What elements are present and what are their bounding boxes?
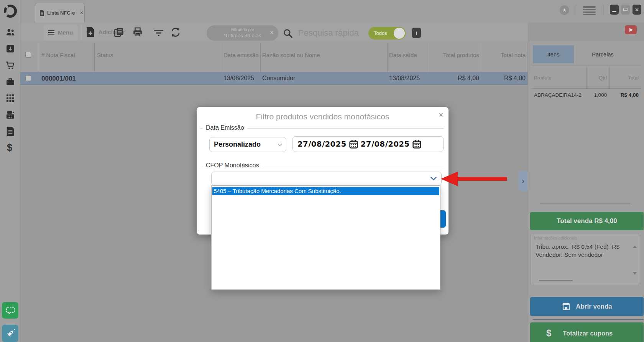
toggle-knob bbox=[394, 28, 405, 39]
select-all-checkbox[interactable] bbox=[25, 52, 31, 58]
minimize-icon bbox=[612, 11, 616, 12]
tab-itens[interactable]: Itens bbox=[533, 45, 574, 63]
app-menu-lines-icon[interactable] bbox=[583, 5, 596, 17]
column-divider bbox=[527, 43, 527, 72]
search-input[interactable] bbox=[297, 26, 370, 40]
people-icon bbox=[5, 27, 15, 37]
col-header-emissao[interactable]: Data emissão bbox=[223, 52, 259, 58]
date-from-value[interactable]: 27/08/2025 bbox=[297, 140, 347, 149]
abrir-venda-button[interactable]: Abrir venda bbox=[530, 297, 644, 316]
divider bbox=[533, 319, 644, 320]
chevron-down-icon bbox=[430, 177, 437, 181]
abrir-venda-label: Abrir venda bbox=[576, 303, 612, 311]
panel-expander[interactable]: › bbox=[518, 171, 528, 191]
close-icon: ✕ bbox=[635, 7, 639, 13]
cfop-combobox[interactable] bbox=[211, 172, 442, 185]
tab-label: Lista NFC-e bbox=[47, 10, 75, 16]
period-select[interactable]: Personalizado bbox=[209, 137, 286, 152]
totalizar-cupons-button[interactable]: $ Totalizar cupons bbox=[530, 322, 644, 342]
sidebar-item-customers[interactable] bbox=[5, 27, 15, 37]
column-divider bbox=[586, 66, 586, 89]
filter-pill-clear-icon[interactable]: ✕ bbox=[270, 30, 274, 36]
tab-strip bbox=[20, 0, 644, 23]
col-header-status[interactable]: Status bbox=[97, 52, 113, 58]
column-divider bbox=[481, 43, 481, 72]
column-divider bbox=[387, 43, 388, 72]
maximize-icon bbox=[623, 8, 628, 11]
chevron-down-icon bbox=[278, 143, 282, 146]
print-button[interactable] bbox=[132, 27, 143, 38]
divider bbox=[603, 5, 603, 15]
row-checkbox[interactable] bbox=[25, 75, 31, 81]
close-window-button[interactable]: ✕ bbox=[632, 5, 641, 15]
date-to-value[interactable]: 27/08/2025 bbox=[361, 140, 410, 149]
col-header-total-nota[interactable]: Total nota bbox=[481, 52, 526, 58]
panel-grip[interactable] bbox=[540, 203, 631, 203]
info-box-label: Informações adicionais bbox=[534, 236, 577, 240]
sidebar-item-services[interactable] bbox=[5, 77, 15, 87]
cash-register-icon bbox=[5, 110, 15, 120]
scroll-down-icon[interactable] bbox=[633, 272, 637, 275]
maximize-button[interactable] bbox=[621, 5, 630, 15]
period-select-value: Personalizado bbox=[210, 140, 261, 149]
refresh-button[interactable] bbox=[170, 26, 181, 38]
cell-saida: 13/08/2025 bbox=[389, 75, 420, 82]
annotation-arrow bbox=[439, 170, 508, 187]
scroll-up-icon[interactable] bbox=[633, 245, 637, 248]
column-divider bbox=[38, 43, 38, 72]
sidebar-item-sales[interactable] bbox=[5, 60, 15, 70]
sidebar-item-pdv[interactable] bbox=[5, 110, 15, 120]
total-venda-label: Total venda R$ 4,00 bbox=[557, 217, 617, 225]
info-button[interactable]: i bbox=[412, 28, 421, 38]
col-header-nota[interactable]: # Nota Fiscal bbox=[41, 52, 75, 58]
divider bbox=[81, 25, 81, 40]
info-grip[interactable] bbox=[539, 280, 573, 281]
app-logo[interactable] bbox=[3, 3, 18, 19]
column-divider bbox=[221, 43, 221, 72]
sidebar-item-financial[interactable]: $ bbox=[7, 142, 12, 153]
updates-rocket-button[interactable] bbox=[2, 325, 18, 342]
cfop-option-5405[interactable]: 5405 – Tributação Mercadorias Com Substi… bbox=[212, 187, 439, 195]
hamburger-icon bbox=[48, 30, 54, 36]
cell-nota: 000001/001 bbox=[41, 75, 76, 83]
item-row[interactable]: ABRAÇADEIRA14-2 1,000 R$ 4,00 bbox=[532, 92, 641, 101]
modal-title: Filtro produtos vendidos monofásicos bbox=[197, 112, 449, 121]
chevron-right-icon: › bbox=[522, 176, 524, 186]
tab-close-icon[interactable]: ✕ bbox=[80, 10, 83, 15]
todos-toggle[interactable]: Todos bbox=[368, 27, 406, 40]
totalizar-cupons-label: Totalizar cupons bbox=[563, 330, 613, 337]
items-col-total[interactable]: Total bbox=[611, 75, 639, 81]
info-line-2: Vendedor: Sem vendedor bbox=[536, 251, 631, 259]
col-header-saida[interactable]: Data saída bbox=[389, 52, 417, 58]
copy-list-button[interactable] bbox=[113, 27, 124, 38]
table-row[interactable]: 000001/001 13/08/2025 Consumidor 13/08/2… bbox=[20, 72, 528, 85]
store-icon bbox=[562, 302, 571, 311]
youtube-help-button[interactable] bbox=[625, 25, 637, 34]
sidebar-item-stock[interactable] bbox=[5, 44, 15, 54]
support-chat-button[interactable] bbox=[2, 302, 18, 319]
cart-icon bbox=[5, 60, 15, 70]
file-plus-icon bbox=[86, 27, 95, 37]
favorites-star-icon[interactable]: ★ bbox=[560, 5, 569, 15]
dollar-icon: $ bbox=[546, 328, 551, 339]
sidebar-item-notes[interactable] bbox=[6, 127, 15, 136]
item-total: R$ 4,00 bbox=[611, 92, 639, 98]
date-range-input[interactable]: 27/08/2025 27/08/2025 bbox=[292, 136, 444, 152]
cell-total-nota: R$ 4,00 bbox=[481, 75, 526, 82]
filter-pill-caption: Filtrando por bbox=[207, 27, 278, 33]
items-col-produto[interactable]: Produto bbox=[534, 75, 552, 81]
info-line-1: Tribu. aprox. R$ 0,54 (Fed) R$ bbox=[536, 243, 631, 251]
cfop-dropdown-list[interactable]: 5405 – Tributação Mercadorias Com Substi… bbox=[211, 185, 440, 290]
sidebar-item-modules[interactable] bbox=[6, 94, 15, 103]
menu-button[interactable]: Menu bbox=[43, 25, 78, 40]
additional-info-box[interactable]: Informações adicionais Tribu. aprox. R$ … bbox=[531, 234, 640, 285]
filter-pill[interactable]: Filtrando por *Últimos 30 dias ✕ bbox=[207, 25, 278, 41]
tab-parcelas[interactable]: Parcelas bbox=[574, 45, 632, 63]
minimize-button[interactable] bbox=[610, 5, 619, 15]
modal-close-icon[interactable]: ✕ bbox=[439, 111, 444, 119]
items-col-qtd[interactable]: Qtd bbox=[588, 75, 607, 81]
tab-lista-nfce[interactable]: Lista NFC-e ✕ bbox=[35, 3, 85, 23]
filter-sort-button[interactable] bbox=[153, 29, 164, 37]
col-header-razao[interactable]: Razão social ou Nome bbox=[262, 52, 320, 58]
col-header-total-produtos[interactable]: Total produtos bbox=[431, 52, 479, 58]
